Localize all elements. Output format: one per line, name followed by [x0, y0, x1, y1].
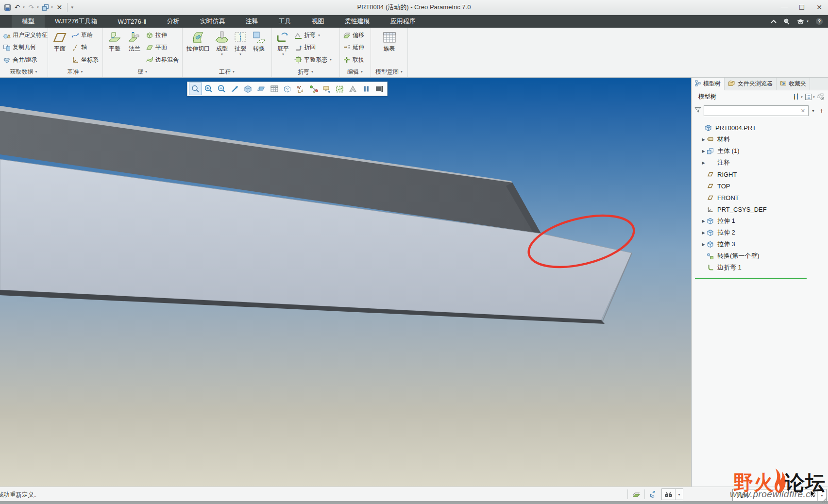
tree-tools-button[interactable]: ▼ — [793, 93, 803, 101]
save-button[interactable] — [3, 2, 12, 13]
collapse-ribbon-icon[interactable] — [771, 19, 777, 23]
search-add-button[interactable]: + — [818, 107, 826, 115]
unbend-button[interactable]: 展平 ▼ — [273, 29, 293, 67]
ribbon-tab[interactable]: 模型 — [12, 15, 45, 28]
tree-item[interactable]: PRT_CSYS_DEF — [692, 203, 828, 215]
minimize-button[interactable]: — — [776, 0, 793, 15]
group-label-datum[interactable]: 基准▼ — [48, 67, 102, 77]
tree-item[interactable]: 转换(第一个壁) — [692, 250, 828, 262]
form-dropdown[interactable]: ▼ — [220, 53, 223, 56]
merge-inherit-button[interactable]: 合并/继承 — [1, 55, 49, 65]
find-dropdown[interactable]: ▼ — [675, 489, 683, 500]
join-button[interactable]: 联接 — [341, 55, 366, 65]
tree-tools-dropdown[interactable]: ▼ — [800, 96, 803, 99]
view-manager-icon[interactable] — [268, 83, 281, 95]
maximize-button[interactable]: ☐ — [793, 0, 811, 15]
sketch-button[interactable]: 草绘 — [70, 31, 100, 40]
ribbon-tab[interactable]: 视图 — [302, 15, 335, 28]
extrude-cut-button[interactable]: 拉伸切口 — [184, 29, 212, 67]
tree-expand-arrow[interactable]: ▶ — [700, 219, 707, 223]
ar-design-share-icon[interactable] — [346, 83, 359, 95]
tree-item[interactable]: PRT0004.PRT — [692, 122, 828, 134]
convert-button[interactable]: 转换 — [249, 29, 269, 67]
group-label-model-intent[interactable]: 模型意图▼ — [371, 67, 407, 77]
rip-dropdown[interactable]: ▼ — [239, 53, 242, 56]
ribbon-tab[interactable]: 工具 — [269, 15, 302, 28]
csys-button[interactable]: 坐标系 — [70, 55, 100, 65]
display-style-icon[interactable] — [241, 83, 254, 95]
tree-expand-arrow[interactable]: ▶ — [700, 137, 707, 142]
tree-expand-arrow[interactable]: ▶ — [700, 149, 707, 153]
bend-dropdown[interactable]: ▼ — [318, 34, 321, 37]
datum-display-filters-icon[interactable]: × — [294, 83, 307, 95]
tree-item[interactable]: FRONT — [692, 192, 828, 203]
perspective-icon[interactable] — [281, 83, 294, 95]
tree-item[interactable]: ▶拉伸 2 — [692, 227, 828, 238]
pause-icon[interactable] — [359, 83, 372, 95]
ribbon-tab[interactable]: 应用程序 — [380, 15, 426, 28]
flange-wall-button[interactable]: 法兰 — [125, 29, 144, 67]
tree-expand-arrow[interactable]: ▶ — [700, 231, 707, 235]
unbend-dropdown[interactable]: ▼ — [282, 53, 285, 56]
undo-button[interactable]: ↶ — [13, 2, 22, 13]
wall-extrude-button[interactable]: 拉伸 — [144, 31, 180, 40]
regenerate-dropdown[interactable]: ▼ — [51, 6, 53, 9]
graphics-viewport[interactable]: × — [0, 78, 691, 487]
ribbon-tab[interactable]: 分析 — [157, 15, 190, 28]
tree-search-input[interactable] — [706, 107, 800, 114]
group-label-edit[interactable]: 编辑▼ — [340, 67, 371, 77]
datum-plane-button[interactable]: 平面 — [50, 29, 70, 67]
tree-item[interactable]: RIGHT — [692, 168, 828, 180]
find-binoculars-icon[interactable] — [662, 491, 675, 498]
close-window-button[interactable]: ✕ — [55, 2, 64, 13]
tree-item[interactable]: TOP — [692, 180, 828, 192]
tree-item[interactable]: ▶拉伸 3 — [692, 238, 828, 250]
form-button[interactable]: 成型 ▼ — [212, 29, 232, 67]
group-label-engineering[interactable]: 工程▼ — [183, 67, 271, 77]
boundary-blend-button[interactable]: 边界混合 — [144, 55, 180, 65]
zoom-in-icon[interactable] — [202, 83, 215, 95]
udf-button[interactable]: 用户定义特征 — [1, 31, 49, 40]
tab-favorites[interactable]: 收藏夹 — [777, 78, 810, 90]
repaint-icon[interactable] — [228, 83, 241, 95]
extend-button[interactable]: 延伸 — [341, 43, 366, 52]
tree-expand-arrow[interactable]: ▶ — [700, 161, 707, 165]
tree-item[interactable]: 边折弯 1 — [692, 262, 828, 273]
annotation-display-icon[interactable] — [320, 83, 333, 95]
bend-back-button[interactable]: 折回 — [293, 43, 334, 52]
ribbon-tab[interactable]: 柔性建模 — [335, 15, 380, 28]
tree-item[interactable]: ▶主体 (1) — [692, 145, 828, 157]
insert-indicator-line[interactable] — [695, 278, 807, 279]
sketch-display-icon[interactable] — [333, 83, 346, 95]
family-table-button[interactable]: 族表 — [376, 29, 403, 67]
tab-folder-browser[interactable]: 文件夹浏览器 — [725, 78, 777, 90]
wall-planar-button[interactable]: 平面 — [144, 43, 180, 52]
tree-item[interactable]: ▶材料 — [692, 134, 828, 145]
flat-wall-button[interactable]: 平整 — [104, 29, 125, 67]
spin-center-icon[interactable] — [307, 83, 320, 95]
group-label-get-data[interactable]: 获取数据▼ — [0, 67, 48, 77]
ribbon-tab[interactable]: WJT276-Ⅱ — [107, 15, 156, 28]
zoom-window-icon[interactable] — [189, 83, 202, 95]
resize-grip[interactable] — [821, 497, 828, 503]
regenerate-button[interactable] — [41, 2, 50, 13]
layer-status-icon[interactable] — [632, 490, 641, 498]
undo-dropdown[interactable]: ▼ — [22, 6, 25, 9]
search-clear-icon[interactable]: ✕ — [800, 108, 806, 114]
tree-filters-dropdown[interactable]: ▼ — [812, 96, 815, 99]
tab-model-tree[interactable]: 模型树 — [692, 78, 725, 90]
tree-show-button[interactable] — [817, 93, 825, 101]
redo-button[interactable]: ↷ — [27, 2, 36, 13]
tree-item[interactable]: ▶注释 — [692, 157, 828, 168]
drag-3d-icon[interactable] — [649, 490, 658, 499]
tree-expand-arrow[interactable]: ▶ — [700, 242, 707, 247]
bend-button[interactable]: 折弯▼ — [293, 31, 334, 40]
copy-geometry-button[interactable]: 复制几何 — [1, 43, 49, 52]
search-dropdown[interactable]: ▼ — [811, 109, 816, 113]
ribbon-tab[interactable]: 实时仿真 — [190, 15, 236, 28]
redo-dropdown[interactable]: ▼ — [36, 6, 39, 9]
axis-button[interactable]: 轴 — [70, 43, 100, 52]
group-label-bend[interactable]: 折弯▼ — [272, 67, 339, 77]
flat-pattern-dropdown[interactable]: ▼ — [329, 58, 332, 61]
learning-center-icon[interactable]: ▼ — [796, 18, 809, 25]
